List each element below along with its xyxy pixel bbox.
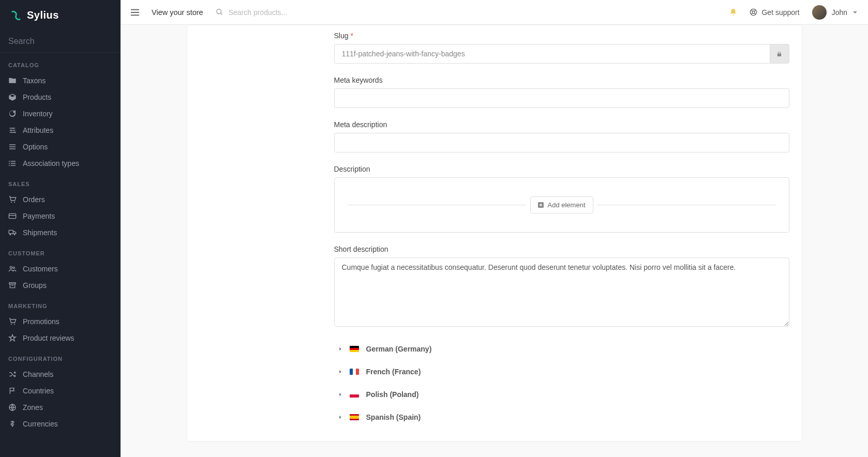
description-editor: Add element <box>334 177 789 233</box>
hamburger-icon[interactable] <box>131 9 139 16</box>
sidebar: Sylius CATALOGTaxonsProductsInventoryAtt… <box>0 0 121 457</box>
svg-point-26 <box>752 11 755 13</box>
search-icon[interactable] <box>216 8 223 16</box>
sidebar-item-association-types[interactable]: Association types <box>0 155 121 172</box>
sidebar-item-label: Inventory <box>23 110 53 118</box>
divider <box>347 205 526 205</box>
meta-keywords-input[interactable] <box>334 88 789 108</box>
form-panel: Slug Meta keywords Meta description Desc… <box>187 25 802 441</box>
sidebar-item-label: Payments <box>23 212 55 220</box>
sidebar-item-zones[interactable]: Zones <box>0 399 121 416</box>
support-label: Get support <box>761 8 799 17</box>
meta-description-label: Meta description <box>334 120 789 129</box>
language-toggle-de[interactable]: German (Germany) <box>334 338 789 360</box>
archive-icon <box>8 281 17 290</box>
language-toggle-es[interactable]: Spanish (Spain) <box>334 406 789 429</box>
svg-line-29 <box>752 13 753 14</box>
svg-point-3 <box>11 130 12 131</box>
language-accordion: German (Germany)French (France)Polish (P… <box>334 338 789 429</box>
list-icon <box>8 159 17 167</box>
sidebar-item-products[interactable]: Products <box>0 89 121 105</box>
view-store-link[interactable]: View your store <box>152 8 203 17</box>
svg-line-28 <box>755 10 756 11</box>
sidebar-item-label: Product reviews <box>23 334 74 342</box>
sidebar-item-countries[interactable]: Countries <box>0 383 121 399</box>
sidebar-item-label: Countries <box>23 387 54 395</box>
logo-icon <box>10 10 22 21</box>
sidebar-item-label: Currencies <box>23 420 58 428</box>
life-ring-icon <box>750 8 757 16</box>
sidebar-item-promotions[interactable]: Promotions <box>0 313 121 330</box>
sidebar-item-shipments[interactable]: Shipments <box>0 224 121 241</box>
svg-point-13 <box>14 234 16 236</box>
sidebar-item-label: Promotions <box>23 317 59 326</box>
description-label: Description <box>334 165 789 173</box>
sidebar-item-customers[interactable]: Customers <box>0 261 121 277</box>
language-toggle-fr[interactable]: French (France) <box>334 360 789 383</box>
sidebar-item-inventory[interactable]: Inventory <box>0 105 121 122</box>
sidebar-item-label: Options <box>23 143 48 151</box>
payment-icon <box>8 212 17 220</box>
svg-point-15 <box>13 267 14 268</box>
search-icon <box>112 37 112 45</box>
product-search-input[interactable] <box>229 8 384 17</box>
sidebar-item-currencies[interactable]: Currencies <box>0 416 121 432</box>
sidebar-item-label: Association types <box>23 159 79 167</box>
plus-icon <box>538 202 544 208</box>
caret-right-icon <box>338 370 342 374</box>
user-menu[interactable]: John <box>812 5 858 20</box>
sidebar-search-input[interactable] <box>8 37 112 46</box>
language-label: Spanish (Spain) <box>366 413 421 421</box>
dollar-icon <box>8 420 17 428</box>
sidebar-item-label: Taxons <box>23 77 46 85</box>
svg-point-6 <box>9 163 10 164</box>
brand-logo[interactable]: Sylius <box>0 0 121 31</box>
slug-lock-button[interactable] <box>770 44 789 64</box>
sidebar-item-label: Customers <box>23 265 58 273</box>
sidebar-item-options[interactable]: Options <box>0 139 121 155</box>
sidebar-item-label: Channels <box>23 370 53 378</box>
users-icon <box>8 265 17 273</box>
svg-point-9 <box>14 202 15 203</box>
bell-icon[interactable] <box>729 8 737 16</box>
svg-line-27 <box>752 10 753 11</box>
cart-icon <box>8 195 17 204</box>
folder-icon <box>8 77 17 85</box>
globe-icon <box>8 403 17 412</box>
sidebar-search[interactable] <box>0 31 121 53</box>
meta-description-input[interactable] <box>334 133 789 153</box>
nav-section-title: SALES <box>0 172 121 191</box>
add-element-button[interactable]: Add element <box>530 196 593 214</box>
get-support-link[interactable]: Get support <box>750 8 799 17</box>
svg-point-7 <box>9 165 10 166</box>
sidebar-item-payments[interactable]: Payments <box>0 208 121 224</box>
svg-point-0 <box>112 41 112 42</box>
sidebar-item-groups[interactable]: Groups <box>0 277 121 294</box>
options-icon <box>8 143 17 151</box>
star-icon <box>8 334 17 342</box>
sidebar-item-label: Shipments <box>23 229 57 237</box>
nav-section-title: CATALOG <box>0 53 121 72</box>
sidebar-item-channels[interactable]: Channels <box>0 366 121 383</box>
top-search <box>216 8 730 17</box>
svg-line-30 <box>755 13 756 14</box>
sidebar-item-product-reviews[interactable]: Product reviews <box>0 330 121 346</box>
short-description-input[interactable] <box>334 257 789 327</box>
language-label: German (Germany) <box>366 345 432 353</box>
random-icon <box>8 370 17 378</box>
sidebar-item-label: Groups <box>23 281 47 290</box>
flag-es-icon <box>350 414 359 420</box>
lock-icon <box>776 51 782 57</box>
sidebar-item-orders[interactable]: Orders <box>0 191 121 208</box>
flag-fr-icon <box>350 369 359 375</box>
svg-rect-10 <box>9 214 16 218</box>
language-label: Polish (Poland) <box>366 390 419 399</box>
nav-section-title: MARKETING <box>0 294 121 313</box>
slug-input[interactable] <box>334 44 771 64</box>
sidebar-item-attributes[interactable]: Attributes <box>0 122 121 139</box>
sliders-icon <box>8 126 17 134</box>
sidebar-item-taxons[interactable]: Taxons <box>0 72 121 89</box>
nav-section-title: CUSTOMER <box>0 241 121 261</box>
language-toggle-pl[interactable]: Polish (Poland) <box>334 383 789 406</box>
caret-right-icon <box>338 392 342 397</box>
